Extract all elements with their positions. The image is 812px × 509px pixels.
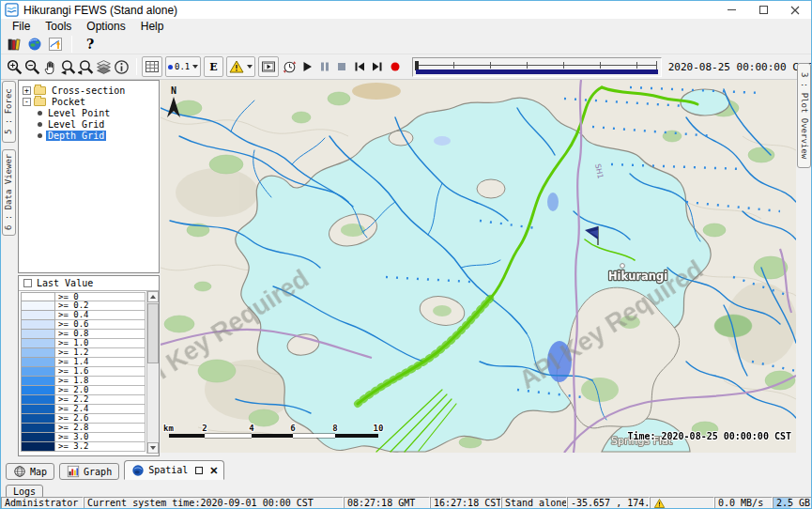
pan-button[interactable] xyxy=(42,57,58,76)
zoom-in-button[interactable] xyxy=(7,57,23,76)
pause-button[interactable] xyxy=(316,57,332,76)
scalar-button[interactable]: E xyxy=(204,56,222,77)
status-cst-time: 16:27:18 CST xyxy=(430,497,501,509)
tab-spatial[interactable]: Spatial ✕ xyxy=(124,460,223,480)
info-icon xyxy=(114,59,130,75)
globe-icon xyxy=(27,37,42,52)
legend-scrollbar[interactable] xyxy=(146,291,159,454)
timeseries-dialog-button[interactable] xyxy=(46,35,65,54)
app-window: Hikurangi FEWS (Stand alone) File Tools … xyxy=(0,0,812,509)
status-warning-cell[interactable] xyxy=(650,497,714,509)
status-memory: 2.5 GB xyxy=(773,497,812,509)
explorer-button[interactable] xyxy=(5,35,23,54)
folder-icon xyxy=(34,98,46,106)
tree-item-level-point[interactable]: Level Point xyxy=(19,107,159,118)
legend-swatch xyxy=(21,348,55,358)
chevron-down-icon xyxy=(247,65,253,69)
step-back-button[interactable] xyxy=(352,57,368,76)
time-slider-track xyxy=(417,65,657,66)
time-slider[interactable] xyxy=(412,57,662,77)
current-map-datetime: 2020-08-25 00:00:00 CST xyxy=(668,61,811,73)
town-label-hikurangi: Hikurangi xyxy=(608,270,667,283)
scale-tick: 4 xyxy=(249,424,254,433)
tree-item-level-grid[interactable]: Level Grid xyxy=(19,118,159,130)
zoom-previous-icon xyxy=(60,59,76,75)
animation-interval-button[interactable] xyxy=(282,57,298,76)
scale-tick: 6 xyxy=(290,424,295,433)
expander-minus-icon[interactable]: - xyxy=(23,98,31,106)
explorer-books-icon xyxy=(7,37,22,52)
maximize-button[interactable] xyxy=(747,1,779,19)
step-forward-button[interactable] xyxy=(369,57,385,76)
map-toolbar: 0.1 E xyxy=(1,54,811,80)
tab-map-label: Map xyxy=(30,467,47,477)
record-button[interactable] xyxy=(387,57,403,76)
stop-button[interactable] xyxy=(334,57,350,76)
step-forward-icon xyxy=(370,59,385,74)
close-button[interactable] xyxy=(779,1,811,19)
tree-item-pocket[interactable]: - Pocket xyxy=(19,96,159,107)
tab-close-icon[interactable]: ✕ xyxy=(209,466,218,475)
minimize-button[interactable] xyxy=(715,1,747,19)
thresholds-dropdown[interactable] xyxy=(226,56,255,77)
legend-swatch xyxy=(21,414,55,424)
legend-swatch xyxy=(21,395,55,405)
legend-list: >= 0 >= 0.2 >= 0.4 >= 0.6 >= 0.8 >= 1.0 … xyxy=(19,291,159,454)
last-value-checkbox[interactable] xyxy=(23,279,32,287)
tab-maximize-icon[interactable] xyxy=(195,467,203,474)
menu-options[interactable]: Options xyxy=(79,20,132,33)
tree-item-depth-grid[interactable]: Depth Grid xyxy=(19,130,159,141)
expander-plus-icon[interactable]: + xyxy=(23,86,31,95)
scroll-thumb[interactable] xyxy=(147,303,159,363)
status-gmt-time: 08:27:18 GMT xyxy=(344,497,430,509)
tree-item-label: Cross-section xyxy=(50,85,127,96)
tree-item-label: Pocket xyxy=(50,97,87,107)
maximize-icon xyxy=(759,6,768,14)
toolbar-separator xyxy=(136,58,137,75)
tree-item-cross-section[interactable]: + Cross-section xyxy=(19,85,159,96)
bullet-icon xyxy=(38,122,42,127)
play-button[interactable] xyxy=(299,57,315,76)
sidebar-tab-plot-overview[interactable]: 3 : Plot Overview xyxy=(797,63,811,168)
menu-help[interactable]: Help xyxy=(133,20,172,33)
legend-swatch xyxy=(21,433,55,442)
zoom-out-button[interactable] xyxy=(24,57,40,76)
graph-bars-icon xyxy=(67,465,80,478)
map-wireframe-globe-icon xyxy=(13,465,26,478)
record-icon xyxy=(388,59,403,74)
folder-icon xyxy=(34,86,46,95)
legend-swatch xyxy=(21,311,55,320)
scroll-up-icon[interactable] xyxy=(147,291,159,302)
status-mode: Stand alone xyxy=(501,497,567,509)
tab-map[interactable]: Map xyxy=(6,463,54,480)
scale-tick: 10 xyxy=(374,424,384,433)
sidebar-tab-forecast[interactable]: 5 : Forec xyxy=(2,81,16,143)
classification-dropdown[interactable]: 0.1 xyxy=(165,56,201,77)
help-button[interactable]: ? xyxy=(86,37,94,52)
layers-tree-panel: + Cross-section - Pocket Level Point Lev… xyxy=(18,80,160,273)
layers-button[interactable] xyxy=(96,57,112,76)
menu-tools[interactable]: Tools xyxy=(38,20,79,33)
status-user: Administrator xyxy=(1,497,84,509)
map-display-button[interactable] xyxy=(25,35,44,54)
legend-swatch xyxy=(21,442,55,452)
menu-file[interactable]: File xyxy=(5,20,38,33)
zoom-next-button[interactable] xyxy=(78,57,94,76)
legend-row[interactable]: >= 3.2 xyxy=(21,442,146,452)
layers-icon xyxy=(96,59,112,75)
scale-tick: 8 xyxy=(332,424,337,433)
clock-icon xyxy=(282,59,298,75)
scale-tick: 2 xyxy=(202,424,207,433)
tab-graph[interactable]: Graph xyxy=(59,463,119,480)
class-value: 0.1 xyxy=(175,62,190,71)
scroll-down-icon[interactable] xyxy=(147,442,159,454)
map-view[interactable]: API Key Required API Key Required Hikura… xyxy=(161,80,796,453)
movie-export-button[interactable] xyxy=(258,56,279,77)
zoom-previous-button[interactable] xyxy=(60,57,76,76)
timeseries-chart-icon xyxy=(48,37,63,52)
grid-display-button[interactable] xyxy=(142,56,162,77)
sidebar-tab-data-viewer[interactable]: 6 : Data Viewer xyxy=(2,149,16,236)
legend-swatch xyxy=(21,358,55,367)
info-button[interactable] xyxy=(114,57,130,76)
scale-unit: km xyxy=(163,424,174,433)
